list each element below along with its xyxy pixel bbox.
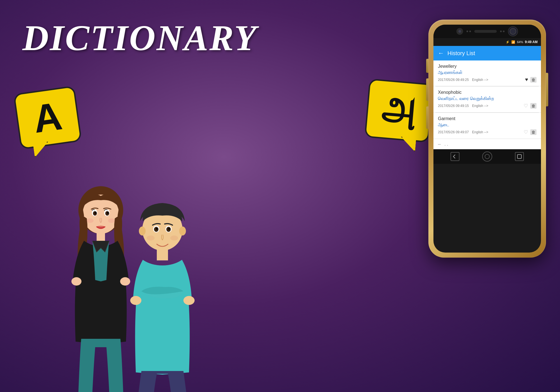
male-character xyxy=(120,190,204,392)
bubble-right-letter: அ xyxy=(381,91,417,130)
phone-bottom-nav xyxy=(433,149,541,164)
svg-point-21 xyxy=(156,228,158,230)
svg-point-15 xyxy=(179,227,186,235)
lang-indicator: English --> xyxy=(472,78,488,82)
svg-rect-2 xyxy=(97,231,105,242)
nav-recent-button[interactable] xyxy=(515,152,524,161)
status-time: 9:49 AM xyxy=(525,40,538,44)
bubble-left: A xyxy=(13,86,82,150)
app-title: DICTIONARY xyxy=(22,17,257,59)
history-meta: 2017/05/26 09:49:07 English --> ♡ 🗑 xyxy=(438,129,536,135)
bubble-right: அ xyxy=(364,78,433,143)
nav-home-button[interactable] xyxy=(482,151,492,162)
phone-screen: ⚡ 📶 64% 9:49 AM ← History List Jewellery… xyxy=(433,38,541,149)
delete-button[interactable]: 🗑 xyxy=(530,103,536,109)
more-items-indicator: – .. xyxy=(433,139,541,149)
word-english: Xenophobic xyxy=(438,90,536,95)
svg-point-23 xyxy=(147,235,155,241)
history-meta: 2017/05/26 09:49:15 English --> ♡ 🗑 xyxy=(438,103,536,109)
svg-point-9 xyxy=(87,218,94,223)
favorite-button[interactable]: ♡ xyxy=(524,103,528,109)
delete-button[interactable]: 🗑 xyxy=(530,129,536,135)
timestamp: 2017/05/26 09:49:07 xyxy=(438,130,469,134)
svg-point-8 xyxy=(107,212,109,214)
delete-button[interactable]: 🗑 xyxy=(530,77,536,83)
timestamp: 2017/05/26 09:49:25 xyxy=(438,78,469,82)
svg-point-7 xyxy=(95,212,96,214)
history-list: Jewellery ஆபரணங்கள் 2017/05/26 09:49:25 … xyxy=(433,60,541,149)
svg-point-10 xyxy=(108,218,115,223)
svg-rect-16 xyxy=(157,248,168,260)
screen-title: History List xyxy=(447,50,475,57)
svg-rect-28 xyxy=(517,155,521,158)
svg-point-14 xyxy=(139,227,146,235)
phone: ⚡ 📶 64% 9:49 AM ← History List Jewellery… xyxy=(428,20,546,258)
history-meta: 2017/05/26 09:49:25 English --> ♥ 🗑 xyxy=(438,77,536,83)
bubble-left-letter: A xyxy=(31,96,64,139)
word-tamil: வெளிநாட்ட வரை வெறுக்கின்ற xyxy=(438,96,536,101)
svg-point-24 xyxy=(170,235,178,241)
camera-right-icon xyxy=(508,26,518,36)
status-battery-text: 64% xyxy=(517,40,523,44)
lang-indicator: English --> xyxy=(472,104,488,108)
status-usb-icon: ⚡ xyxy=(506,40,510,44)
history-item[interactable]: Xenophobic வெளிநாட்ட வரை வெறுக்கின்ற 201… xyxy=(433,87,541,113)
svg-point-11 xyxy=(71,277,81,286)
phone-speaker xyxy=(474,30,497,33)
phone-top-bar xyxy=(433,25,541,38)
back-button[interactable]: ← xyxy=(438,50,444,57)
status-signal-icon: 📶 xyxy=(511,40,515,44)
word-tamil: ஆபரணங்கள் xyxy=(438,70,536,75)
history-item[interactable]: Garment ஆடை 2017/05/26 09:49:07 English … xyxy=(433,113,541,139)
svg-point-25 xyxy=(130,296,141,305)
app-header: ← History List xyxy=(433,46,541,60)
favorite-button[interactable]: ♡ xyxy=(524,129,528,135)
timestamp: 2017/05/26 09:49:15 xyxy=(438,104,469,108)
word-english: Garment xyxy=(438,116,536,121)
nav-back-button[interactable] xyxy=(451,152,459,161)
word-tamil: ஆடை xyxy=(438,122,536,127)
status-bar: ⚡ 📶 64% 9:49 AM xyxy=(433,38,541,46)
camera-left-icon xyxy=(456,28,463,35)
svg-point-26 xyxy=(183,296,195,305)
lang-indicator: English --> xyxy=(472,130,488,134)
word-english: Jewellery xyxy=(438,64,536,69)
favorite-button[interactable]: ♥ xyxy=(525,77,528,83)
history-item[interactable]: Jewellery ஆபரணங்கள் 2017/05/26 09:49:25 … xyxy=(433,60,541,86)
svg-point-22 xyxy=(168,228,170,230)
